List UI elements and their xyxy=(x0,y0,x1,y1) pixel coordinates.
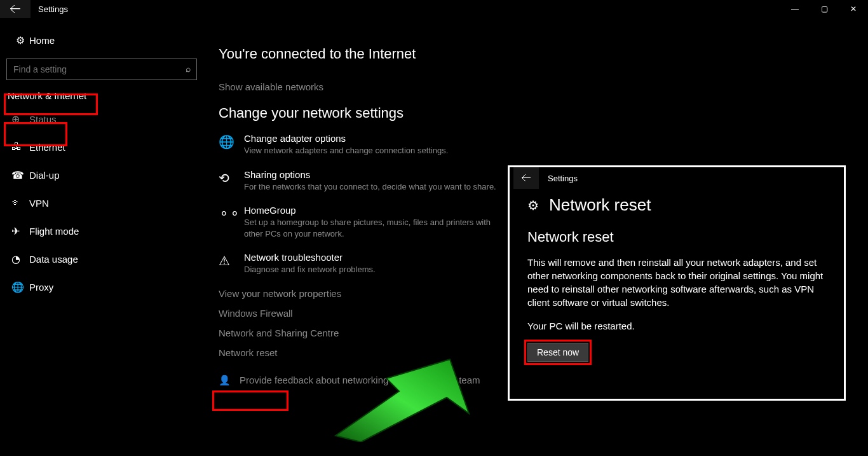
window-title: Settings xyxy=(31,4,68,14)
maximize-button[interactable]: ▢ xyxy=(810,0,839,18)
search-wrap: ⌕ xyxy=(6,59,197,80)
gear-icon: ⚙ xyxy=(527,198,539,213)
option-desc: For the networks that you connect to, de… xyxy=(244,181,496,193)
sidebar: ⚙ Home ⌕ Network & Internet ⊕ Status 🖧 E… xyxy=(0,25,203,301)
homegroup-icon: ⚬⚬ xyxy=(219,205,234,239)
option-sharing[interactable]: ⟲ Sharing options For the networks that … xyxy=(219,169,511,193)
sidebar-item-label: Dial-up xyxy=(29,170,60,181)
inset-body-text-1: This will remove and then reinstall all … xyxy=(527,256,826,309)
sidebar-item-label: Data usage xyxy=(29,254,78,265)
search-icon: ⌕ xyxy=(186,64,191,74)
heading-connected: You're connected to the Internet xyxy=(219,46,663,62)
phone-icon: ☎ xyxy=(11,169,29,181)
warning-icon: ⚠ xyxy=(219,252,234,275)
highlight-reset-now xyxy=(524,340,592,365)
inset-window-title: Settings xyxy=(539,174,578,183)
title-bar: 🡠 Settings — ▢ ✕ xyxy=(0,0,868,18)
gear-icon: ⚙ xyxy=(11,34,29,46)
option-troubleshooter[interactable]: ⚠ Network troubleshooter Diagnose and fi… xyxy=(219,252,511,275)
option-change-adapter[interactable]: 🌐 Change adapter options View network ad… xyxy=(219,133,511,156)
option-desc: View network adapters and change connect… xyxy=(244,145,448,156)
search-input[interactable] xyxy=(6,59,197,80)
globe-icon: 🌐 xyxy=(219,133,234,156)
link-show-networks[interactable]: Show available networks xyxy=(219,81,663,92)
heading-change-settings: Change your network settings xyxy=(219,105,663,121)
proxy-icon: 🌐 xyxy=(11,281,29,293)
option-desc: Set up a homegroup to share pictures, mu… xyxy=(244,217,511,239)
sidebar-home[interactable]: ⚙ Home xyxy=(0,25,203,55)
highlight-network-reset xyxy=(212,390,288,411)
sidebar-item-label: VPN xyxy=(29,198,49,209)
back-button[interactable]: 🡠 xyxy=(0,0,31,18)
close-button[interactable]: ✕ xyxy=(839,0,868,18)
arrow-left-icon: 🡠 xyxy=(10,3,21,16)
sidebar-item-label: Flight mode xyxy=(29,226,79,237)
inset-subheading: Network reset xyxy=(527,229,826,245)
datausage-icon: ◔ xyxy=(11,253,29,265)
feedback-label: Provide feedback about networking to the… xyxy=(240,375,480,385)
option-title: HomeGroup xyxy=(244,205,511,216)
airplane-icon: ✈ xyxy=(11,225,29,237)
inset-body: ⚙ Network reset Network reset This will … xyxy=(510,189,844,362)
inset-window: 🡠 Settings ⚙ Network reset Network reset… xyxy=(508,165,846,401)
highlight-status xyxy=(4,122,67,146)
option-title: Sharing options xyxy=(244,169,496,180)
inset-page-title-row: ⚙ Network reset xyxy=(527,195,826,215)
option-homegroup[interactable]: ⚬⚬ HomeGroup Set up a homegroup to share… xyxy=(219,205,511,239)
arrow-left-icon: 🡠 xyxy=(521,172,531,184)
minimize-button[interactable]: — xyxy=(780,0,810,18)
inset-titlebar: 🡠 Settings xyxy=(510,167,844,189)
maximize-icon: ▢ xyxy=(821,4,828,13)
sidebar-item-vpn[interactable]: ᯤ VPN xyxy=(0,189,203,217)
home-label: Home xyxy=(29,35,55,46)
sidebar-item-dialup[interactable]: ☎ Dial-up xyxy=(0,161,203,189)
window-controls: — ▢ ✕ xyxy=(780,0,868,18)
inset-body-text-2: Your PC will be restarted. xyxy=(527,319,826,333)
feedback-icon: 👤 xyxy=(219,375,231,386)
sidebar-item-label: Proxy xyxy=(29,282,53,293)
sidebar-item-flightmode[interactable]: ✈ Flight mode xyxy=(0,217,203,245)
inset-back-button[interactable]: 🡠 xyxy=(513,167,539,189)
sidebar-item-proxy[interactable]: 🌐 Proxy xyxy=(0,273,203,301)
sidebar-item-datausage[interactable]: ◔ Data usage xyxy=(0,245,203,273)
option-desc: Diagnose and fix network problems. xyxy=(244,264,376,275)
option-title: Change adapter options xyxy=(244,133,448,144)
sharing-icon: ⟲ xyxy=(219,169,234,193)
highlight-category xyxy=(4,93,98,115)
inset-page-title: Network reset xyxy=(549,195,651,215)
option-title: Network troubleshooter xyxy=(244,252,376,263)
minimize-icon: — xyxy=(791,4,799,13)
close-icon: ✕ xyxy=(850,4,857,13)
vpn-icon: ᯤ xyxy=(11,197,29,209)
